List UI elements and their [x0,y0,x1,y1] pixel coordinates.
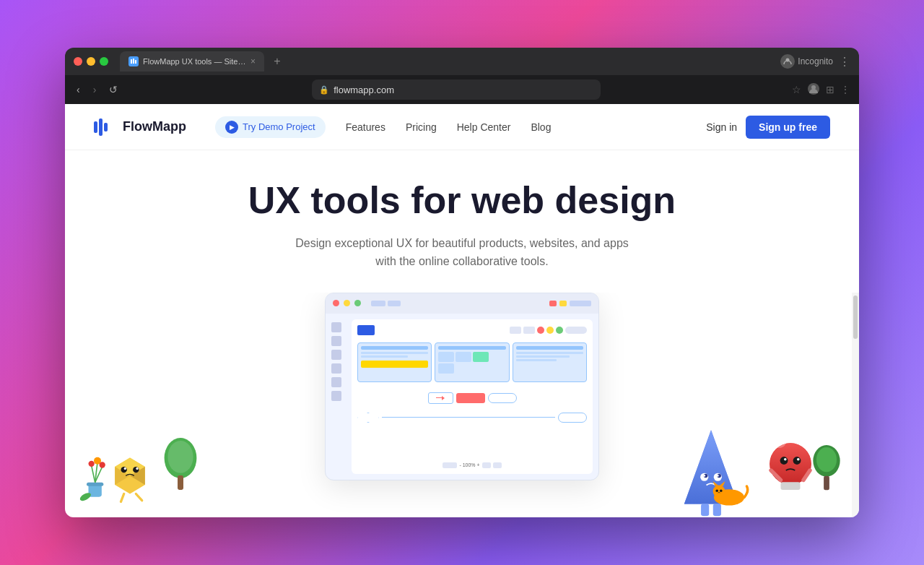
demo-icon: ▶ [225,121,238,134]
svg-rect-0 [131,59,132,64]
mock-titlebar [326,293,598,314]
svg-point-37 [797,458,800,461]
svg-point-46 [713,486,725,498]
svg-rect-43 [824,476,829,490]
mock-app-window: - 100% + [325,293,599,480]
nav-actions: Sign in Sign up free [706,116,830,139]
svg-marker-48 [720,481,725,486]
svg-point-21 [167,441,193,473]
logo-icon [94,118,117,136]
extensions-icon[interactable]: ⊞ [826,84,834,95]
demo-project-button[interactable]: ▶ Try Demo Project [215,116,326,138]
browser-titlebar: FlowMapp UX tools — Sitemap × + Incognit… [65,48,859,75]
svg-line-18 [136,494,141,501]
mock-canvas: - 100% + [352,319,593,474]
logo-text: FlowMapp [123,119,186,134]
svg-rect-20 [178,475,183,490]
hero-title: UX tools for web design [248,179,676,223]
svg-point-13 [121,467,127,473]
back-button[interactable]: ‹ [74,82,83,97]
svg-rect-41 [781,482,801,490]
hero-illustration: - 100% + [65,293,859,517]
svg-point-16 [136,467,138,470]
svg-point-49 [715,490,718,493]
tab-favicon-icon [128,56,139,66]
reload-button[interactable]: ↺ [106,82,121,97]
svg-point-35 [793,457,801,465]
browser-addressbar: ‹ › ↺ 🔒 flowmapp.com ☆ ⊞ ⋮ [65,75,859,104]
browser-tabs: FlowMapp UX tools — Sitemap × + [120,51,775,72]
plants-decoration-left [79,452,116,503]
demo-btn-label: Try Demo Project [243,121,315,132]
lock-icon: 🔒 [319,85,329,95]
address-bar[interactable]: 🔒 flowmapp.com [312,79,601,100]
hero-subtitle: Design exceptional UX for beautiful prod… [295,234,629,271]
address-bar-row: 🔒 flowmapp.com [128,79,785,100]
profile-icon[interactable] [807,82,820,98]
svg-point-34 [780,457,788,465]
maximize-button[interactable] [100,57,108,66]
logo-area: FlowMapp [94,118,186,136]
mock-sidebar [331,319,347,474]
website-content: FlowMapp ▶ Try Demo Project Features Pri… [65,104,859,517]
browser-scrollbar[interactable] [852,293,859,517]
svg-point-15 [124,467,126,470]
nav-features-link[interactable]: Features [346,121,385,133]
active-tab[interactable]: FlowMapp UX tools — Sitemap × [120,51,264,72]
tree-green-right [808,445,845,496]
address-text: flowmapp.com [334,85,394,95]
svg-rect-1 [133,59,134,64]
tree-green-left [159,438,202,496]
forward-button[interactable]: › [90,82,100,97]
hero-subtitle-line2: with the online collaborative tools. [375,255,548,267]
cat-orange [707,481,751,506]
svg-rect-2 [135,60,136,64]
svg-point-36 [784,458,787,461]
svg-point-56 [89,461,95,467]
browser-controls-right: Incognito ⋮ [780,54,850,69]
traffic-lights [74,57,108,66]
svg-marker-47 [713,481,718,486]
svg-point-29 [717,475,719,477]
mock-toolbar [357,325,587,335]
new-tab-button[interactable]: + [267,51,287,72]
mock-close-dot [333,300,339,306]
mock-app-body: - 100% + [326,314,598,480]
minimize-button[interactable] [87,57,95,66]
incognito-label: Incognito [798,56,833,66]
svg-rect-52 [87,483,103,486]
svg-point-28 [703,475,705,477]
site-navbar: FlowMapp ▶ Try Demo Project Features Pri… [65,104,859,150]
tab-close-icon[interactable]: × [250,57,256,66]
browser-menu-icon[interactable]: ⋮ [839,55,850,69]
svg-line-53 [92,465,95,482]
mock-minimize-dot [344,300,350,306]
hero-section: UX tools for web design Design exception… [65,150,859,517]
nav-links: ▶ Try Demo Project Features Pricing Help… [215,116,706,138]
toolbar-icons: ☆ ⊞ ⋮ [792,82,850,98]
svg-point-58 [100,462,105,467]
svg-line-17 [121,494,124,502]
tab-title: FlowMapp UX tools — Sitemap [143,57,246,66]
signup-button[interactable]: Sign up free [746,116,830,139]
browser-window: FlowMapp UX tools — Sitemap × + Incognit… [65,48,859,517]
nav-blog-link[interactable]: Blog [531,121,551,133]
signin-link[interactable]: Sign in [706,121,737,133]
svg-rect-7 [99,118,103,136]
svg-point-14 [133,467,139,473]
svg-point-50 [720,490,723,493]
menu-icon[interactable]: ⋮ [840,84,850,95]
svg-rect-8 [104,123,108,131]
nav-help-link[interactable]: Help Center [457,121,511,133]
bookmark-icon[interactable]: ☆ [792,84,801,95]
hero-subtitle-line1: Design exceptional UX for beautiful prod… [295,237,629,249]
nav-pricing-link[interactable]: Pricing [406,121,437,133]
incognito-badge: Incognito [780,54,833,69]
svg-rect-6 [94,121,97,133]
close-button[interactable] [74,57,82,66]
scrollbar-thumb [853,296,858,339]
svg-point-44 [816,447,837,472]
incognito-icon [780,54,795,69]
mock-maximize-dot [354,300,361,306]
